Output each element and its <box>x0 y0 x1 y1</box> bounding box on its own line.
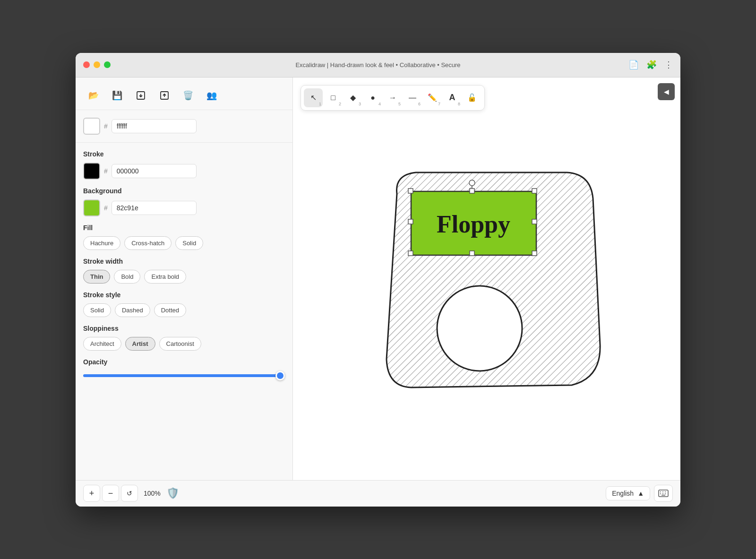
svg-rect-8 <box>470 189 474 193</box>
stroke-color-swatch[interactable] <box>83 163 100 180</box>
svg-point-12 <box>469 180 475 186</box>
pencil-icon: ✏️ <box>428 93 437 102</box>
sloppiness-artist-btn[interactable]: Artist <box>125 337 155 351</box>
bg-hash: # <box>104 204 108 212</box>
tool-text[interactable]: A 8 <box>443 88 462 107</box>
bottom-bar: + − ↺ 100% 🛡️ English ▲ <box>76 480 680 507</box>
titlebar-actions: 📄 🧩 ⋮ <box>628 60 673 70</box>
canvas-area[interactable]: ↖ 1 □ 2 ◆ 3 ● 4 → 5 <box>293 77 680 480</box>
keyboard-shortcuts-button[interactable] <box>654 485 673 502</box>
more-icon[interactable]: ⋮ <box>664 60 673 70</box>
background-label: Background <box>83 187 285 195</box>
opacity-label: Opacity <box>83 358 285 366</box>
stroke-bold-btn[interactable]: Bold <box>114 270 140 284</box>
fill-hachure-btn[interactable]: Hachure <box>83 236 120 250</box>
background-row: # <box>83 199 285 216</box>
fill-solid-btn[interactable]: Solid <box>175 236 203 250</box>
stroke-dashed-btn[interactable]: Dashed <box>115 303 150 317</box>
keyboard-icon <box>658 490 669 497</box>
text-icon: A <box>449 93 455 103</box>
tool-line[interactable]: — 6 <box>403 88 422 107</box>
zoom-reset-button[interactable]: ↺ <box>121 485 138 502</box>
file-toolbar: 📂 💾 🗑️ 👥 <box>76 77 292 110</box>
stroke-extra-bold-btn[interactable]: Extra bold <box>144 270 186 284</box>
stroke-style-label: Stroke style <box>83 291 285 299</box>
sloppiness-cartoonist-btn[interactable]: Cartoonist <box>159 337 201 351</box>
excalidraw-plus-icon[interactable]: 🛡️ <box>166 487 179 499</box>
zoom-in-button[interactable]: + <box>83 485 100 502</box>
tool-rectangle[interactable]: □ 2 <box>324 88 343 107</box>
right-controls: English ▲ <box>606 485 673 502</box>
fill-options: Hachure Cross-hatch Solid <box>83 236 285 250</box>
fill-crosshatch-btn[interactable]: Cross-hatch <box>124 236 172 250</box>
ellipse-icon: ● <box>370 94 375 102</box>
collapse-icon: ◀ <box>664 88 669 95</box>
tool-ellipse[interactable]: ● 4 <box>363 88 382 107</box>
sloppiness-label: Sloppiness <box>83 325 285 332</box>
share-button[interactable] <box>154 85 175 106</box>
properties-section: Stroke # Background # Fill Hachure <box>76 143 292 480</box>
svg-rect-7 <box>532 251 537 256</box>
chevron-up-icon: ▲ <box>637 490 644 497</box>
language-label: English <box>612 490 634 497</box>
document-icon[interactable]: 📄 <box>628 60 639 70</box>
tool-diamond[interactable]: ◆ 3 <box>344 88 362 107</box>
collaborate-button[interactable]: 👥 <box>201 85 222 106</box>
stroke-dotted-btn[interactable]: Dotted <box>154 303 186 317</box>
stroke-width-options: Thin Bold Extra bold <box>83 270 285 284</box>
puzzle-icon[interactable]: 🧩 <box>646 60 657 70</box>
open-button[interactable]: 📂 <box>83 85 104 106</box>
svg-rect-9 <box>470 251 474 256</box>
svg-rect-4 <box>408 189 413 193</box>
svg-point-14 <box>437 286 522 371</box>
fill-label: Fill <box>83 224 285 232</box>
color-hex-input[interactable] <box>112 119 197 133</box>
close-button[interactable] <box>83 61 90 68</box>
delete-button[interactable]: 🗑️ <box>178 85 198 106</box>
tool-arrow[interactable]: → 5 <box>383 88 402 107</box>
lock-icon: 🔓 <box>467 93 477 102</box>
stroke-thin-btn[interactable]: Thin <box>83 270 110 284</box>
background-color-swatch[interactable] <box>83 199 100 216</box>
stroke-hex-input[interactable] <box>112 164 197 178</box>
save-button[interactable]: 💾 <box>107 85 128 106</box>
svg-rect-10 <box>408 219 413 224</box>
minimize-button[interactable] <box>94 61 100 68</box>
traffic-lights <box>83 61 111 68</box>
stroke-label: Stroke <box>83 150 285 158</box>
arrow-icon: → <box>389 94 396 102</box>
language-selector[interactable]: English ▲ <box>606 486 650 500</box>
zoom-level: 100% <box>140 490 164 497</box>
background-hex-input[interactable] <box>112 201 197 215</box>
svg-rect-5 <box>532 189 537 193</box>
stroke-solid-btn[interactable]: Solid <box>83 303 111 317</box>
titlebar: Excalidraw | Hand-drawn look & feel • Co… <box>76 53 680 77</box>
sloppiness-architect-btn[interactable]: Architect <box>83 337 121 351</box>
floppy-disk-svg: Floppy <box>369 156 605 402</box>
color-swatch-white[interactable] <box>83 118 100 135</box>
stroke-width-label: Stroke width <box>83 258 285 265</box>
svg-rect-6 <box>408 251 413 256</box>
window-title: Excalidraw | Hand-drawn look & feel • Co… <box>295 61 460 69</box>
diamond-icon: ◆ <box>350 93 356 102</box>
main-content: 📂 💾 🗑️ 👥 <box>76 77 680 480</box>
color-section: # <box>76 110 292 143</box>
select-icon: ↖ <box>310 93 317 102</box>
tool-select[interactable]: ↖ 1 <box>304 88 323 107</box>
stroke-row: # <box>83 163 285 180</box>
export-button[interactable] <box>130 85 151 106</box>
sidebar: 📂 💾 🗑️ 👥 <box>76 77 293 480</box>
corner-button[interactable]: ◀ <box>658 83 675 100</box>
opacity-slider[interactable] <box>83 374 285 377</box>
tool-lock[interactable]: 🔓 <box>463 88 481 107</box>
zoom-out-button[interactable]: − <box>102 485 119 502</box>
drawing-canvas[interactable]: Floppy <box>293 77 680 480</box>
opacity-section: Opacity <box>83 358 285 379</box>
svg-rect-11 <box>532 219 537 224</box>
opacity-slider-container <box>83 370 285 379</box>
drawing-toolbar: ↖ 1 □ 2 ◆ 3 ● 4 → 5 <box>301 85 485 111</box>
app-window: Excalidraw | Hand-drawn look & feel • Co… <box>76 53 680 507</box>
tool-pencil[interactable]: ✏️ 7 <box>423 88 442 107</box>
zoom-controls: + − ↺ 100% 🛡️ <box>83 485 179 502</box>
maximize-button[interactable] <box>104 61 111 68</box>
